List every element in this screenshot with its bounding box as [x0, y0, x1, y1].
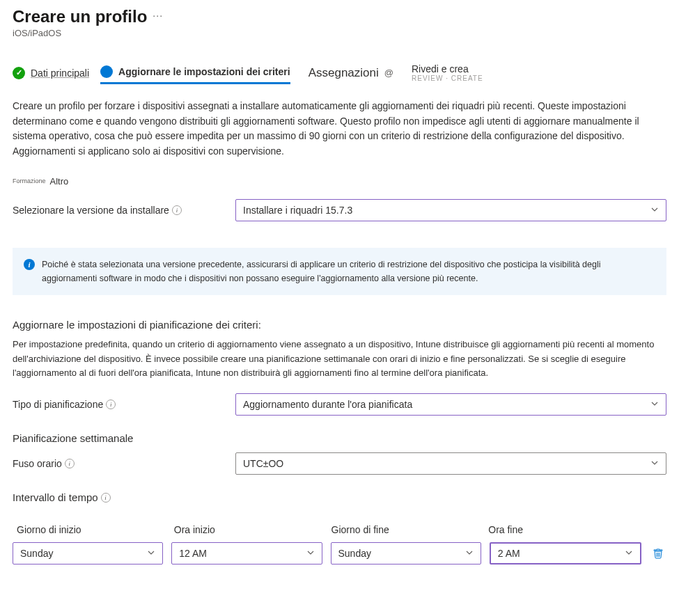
- info-icon[interactable]: i: [172, 205, 182, 215]
- version-label: Selezionare la versione da installare: [13, 205, 169, 216]
- end-day-select[interactable]: Sunday: [331, 542, 481, 564]
- info-icon[interactable]: i: [106, 400, 116, 409]
- tab-update-label: Aggiornare le impostazioni dei criteri: [118, 66, 290, 77]
- start-day-select[interactable]: Sunday: [13, 542, 163, 564]
- timezone-label: Fuso orario: [13, 458, 62, 469]
- delete-row-button[interactable]: [650, 545, 666, 562]
- schedule-section-desc: Per impostazione predefinita, quando un …: [13, 338, 666, 381]
- info-banner-text: Poiché è stata selezionata una versione …: [42, 258, 655, 285]
- schedule-section-title: Aggiornare le impostazioni di pianificaz…: [13, 319, 666, 331]
- timezone-select[interactable]: UTC±OO: [235, 452, 666, 475]
- formazione-label: Formazione: [13, 177, 46, 184]
- info-circle-icon: i: [24, 259, 35, 270]
- chevron-down-icon: [650, 205, 659, 216]
- version-select-value: Installare i riquadri 15.7.3: [243, 205, 352, 216]
- chevron-down-icon: [147, 548, 155, 559]
- tab-review-label: Rivedi e crea: [412, 63, 469, 74]
- formazione-value: Altro: [50, 176, 69, 187]
- col-end-time: Ora fine: [488, 524, 637, 535]
- timezone-value: UTC±OO: [243, 458, 283, 469]
- start-time-select[interactable]: 12 AM: [171, 542, 322, 564]
- tab-basics-label: Dati principali: [31, 68, 89, 79]
- col-start-time: Ora inizio: [174, 524, 323, 535]
- info-icon[interactable]: i: [101, 493, 111, 503]
- info-banner: i Poiché è stata selezionata una version…: [13, 248, 666, 295]
- col-end-day: Giorno di fine: [331, 524, 481, 535]
- col-start-day: Giorno di inizio: [17, 524, 166, 535]
- chevron-down-icon: [650, 399, 659, 410]
- schedule-type-value: Aggiornamento durante l'ora pianificata: [243, 399, 412, 410]
- tab-review-faded: REVIEW · CREATE: [412, 74, 483, 82]
- page-subtitle: iOS/iPadOS: [13, 28, 147, 38]
- chevron-down-icon: [465, 548, 474, 559]
- end-time-select[interactable]: 2 AM: [490, 542, 641, 564]
- chevron-down-icon: [650, 458, 659, 469]
- check-circle-icon: ✓: [13, 67, 25, 79]
- time-window-grid: Giorno di inizio Ora inizio Giorno di fi…: [13, 524, 666, 564]
- time-window-label: Intervallo di tempo: [13, 491, 98, 503]
- start-day-value: Sunday: [20, 548, 53, 559]
- chevron-down-icon: [625, 548, 633, 559]
- start-time-value: 12 AM: [179, 548, 207, 559]
- end-time-value: 2 AM: [498, 548, 520, 559]
- schedule-type-select[interactable]: Aggiornamento durante l'ora pianificata: [235, 393, 666, 416]
- chevron-down-icon: [306, 548, 315, 559]
- tab-update-settings[interactable]: Aggiornare le impostazioni dei criteri: [100, 65, 290, 84]
- tab-review[interactable]: Rivedi e crea REVIEW · CREATE: [412, 63, 483, 82]
- schedule-type-label: Tipo di pianificazione: [13, 399, 103, 410]
- wizard-tabs: ✓ Dati principali Aggiornare le impostaz…: [13, 63, 666, 82]
- info-icon[interactable]: i: [65, 459, 75, 468]
- tab-assignments-step: @: [384, 68, 393, 78]
- page-title: Creare un profilo: [13, 7, 147, 26]
- tab-assignments-label: Assegnazioni: [309, 66, 379, 80]
- current-step-icon: [100, 65, 113, 78]
- profile-description: Creare un profilo per forzare i disposit…: [13, 99, 666, 159]
- more-menu-icon[interactable]: ···: [153, 7, 163, 21]
- tab-basics[interactable]: ✓ Dati principali: [13, 67, 89, 79]
- weekly-schedule-label: Pianificazione settimanale: [13, 432, 666, 444]
- time-window-row: Sunday 12 AM Sunday 2 AM: [13, 542, 666, 564]
- tab-assignments[interactable]: Assegnazioni @: [309, 66, 393, 80]
- end-day-value: Sunday: [338, 548, 371, 559]
- version-select[interactable]: Installare i riquadri 15.7.3: [235, 199, 666, 221]
